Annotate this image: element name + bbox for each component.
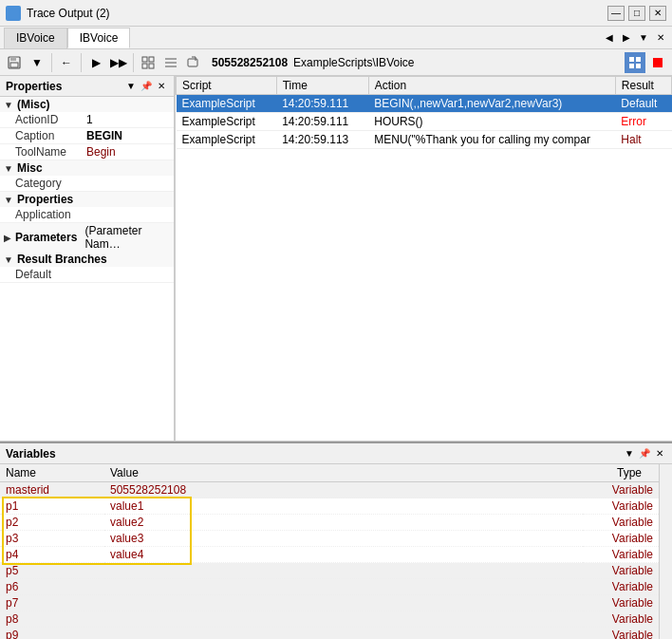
var-name: p9	[0, 628, 104, 640]
play-fast-button[interactable]: ▶▶	[108, 52, 129, 73]
section-misc2[interactable]: ▼ Misc	[0, 160, 174, 176]
var-type: Variable	[583, 628, 659, 640]
var-type: Variable	[583, 515, 659, 531]
save-button[interactable]	[4, 52, 25, 73]
section-misc[interactable]: ▼ (Misc)	[0, 97, 174, 112]
stop-button[interactable]	[647, 52, 668, 73]
col-var-name: Name	[0, 464, 104, 482]
tab-ibvoice1[interactable]: IBVoice	[4, 28, 67, 48]
export-button[interactable]	[183, 52, 204, 73]
trace-action: MENU("%Thank you for calling my compar	[368, 131, 615, 149]
variables-pin-btn[interactable]: 📌	[638, 447, 651, 460]
tab-close-button[interactable]: ✕	[653, 30, 668, 46]
var-name: p7	[0, 595, 104, 611]
var-type: Variable	[583, 531, 659, 547]
var-type: Variable	[583, 547, 659, 563]
variable-row[interactable]: p9 Variable	[0, 628, 659, 640]
tab-nav-menu[interactable]: ▼	[636, 30, 651, 46]
properties-tree: ▼ (Misc) ActionID 1 Caption BEGIN ToolNa…	[0, 97, 174, 441]
props-arrow: ▼	[4, 195, 13, 205]
trace-script: ExampleScript	[177, 113, 277, 131]
variable-row[interactable]: p4 value4 Variable	[0, 547, 659, 563]
variable-row[interactable]: p7 Variable	[0, 595, 659, 611]
main-toolbar: ▼ ← ▶ ▶▶ 505528252108 ExampleScripts\IBV…	[0, 49, 672, 76]
section-result-branches[interactable]: ▼ Result Branches	[0, 252, 174, 267]
prop-caption: Caption BEGIN	[0, 128, 174, 144]
minimize-button[interactable]: —	[607, 6, 625, 21]
col-time: Time	[276, 77, 368, 95]
play-button[interactable]: ▶	[85, 52, 106, 73]
properties-title: Properties	[6, 80, 62, 93]
result-label: Result Branches	[17, 253, 107, 266]
props-label: Properties	[17, 193, 73, 206]
var-value	[104, 595, 583, 611]
var-value: 505528252108	[104, 482, 583, 498]
trace-row[interactable]: ExampleScript 14:20:59.113 MENU("%Thank …	[177, 131, 672, 149]
variable-row[interactable]: p3 value3 Variable	[0, 531, 659, 547]
var-type: Variable	[583, 482, 659, 498]
variable-row[interactable]: masterid 505528252108 Variable	[0, 482, 659, 498]
window-title: Trace Output (2)	[27, 7, 110, 20]
svg-rect-2	[10, 63, 18, 67]
properties-pin-btn[interactable]: 📌	[140, 80, 153, 93]
var-type: Variable	[583, 498, 659, 515]
grid2-button[interactable]	[160, 52, 181, 73]
col-script: Script	[177, 77, 277, 95]
trace-scroll[interactable]: Script Time Action Result ExampleScript …	[176, 76, 672, 441]
col-action: Action	[368, 77, 615, 95]
variable-row[interactable]: p1 value1 Variable	[0, 498, 659, 515]
close-button[interactable]: ✕	[649, 6, 666, 21]
scrollbar[interactable]	[659, 464, 672, 639]
variables-dropdown-btn[interactable]: ▼	[623, 447, 636, 460]
tab-bar: IBVoice IBVoice ◀ ▶ ▼ ✕	[0, 27, 672, 49]
variable-row[interactable]: p5 Variable	[0, 563, 659, 579]
properties-dropdown-btn[interactable]: ▼	[124, 80, 138, 93]
section-parameters[interactable]: ▶ Parameters (Parameter Nam…	[0, 223, 174, 252]
var-type: Variable	[583, 563, 659, 579]
stop-icon	[653, 58, 663, 67]
var-name: p8	[0, 611, 104, 628]
misc-label: (Misc)	[17, 98, 50, 111]
tab-ibvoice2[interactable]: IBVoice	[67, 28, 131, 48]
col-result: Result	[615, 77, 671, 95]
variables-table: Name Value Type masterid 505528252108 Va…	[0, 464, 659, 639]
var-value	[104, 611, 583, 628]
var-value: value2	[104, 515, 583, 531]
maximize-button[interactable]: □	[628, 6, 645, 21]
grid-icon-btn[interactable]	[625, 52, 645, 73]
properties-header: Properties ▼ 📌 ✕	[0, 76, 174, 97]
tab-nav-right[interactable]: ▶	[619, 30, 634, 46]
properties-close-btn[interactable]: ✕	[155, 80, 168, 93]
trace-action: BEGIN(,,newVar1,newVar2,newVar3)	[368, 95, 615, 113]
svg-rect-5	[142, 64, 147, 68]
var-name: p1	[0, 498, 104, 515]
misc2-label: Misc	[17, 161, 43, 175]
section-props[interactable]: ▼ Properties	[0, 192, 174, 207]
trace-row[interactable]: ExampleScript 14:20:59.111 HOURS() Error	[177, 113, 672, 131]
tab-nav-left[interactable]: ◀	[602, 30, 617, 46]
variable-row[interactable]: p8 Variable	[0, 611, 659, 628]
var-type: Variable	[583, 579, 659, 595]
dropdown-button[interactable]: ▼	[27, 52, 47, 73]
result-arrow: ▼	[4, 254, 13, 265]
variables-table-container[interactable]: Name Value Type masterid 505528252108 Va…	[0, 464, 659, 639]
col-var-value: Value	[104, 464, 583, 482]
trace-result: Default	[615, 95, 671, 113]
variable-row[interactable]: p6 Variable	[0, 579, 659, 595]
var-value: value4	[104, 547, 583, 563]
trace-time: 14:20:59.111	[276, 113, 368, 131]
trace-output-panel: Script Time Action Result ExampleScript …	[176, 76, 672, 441]
variables-header: Variables ▼ 📌 ✕	[0, 443, 672, 464]
trace-row[interactable]: ExampleScript 14:20:59.111 BEGIN(,,newVa…	[177, 95, 672, 113]
back-button[interactable]: ←	[56, 52, 77, 73]
params-arrow: ▶	[4, 233, 11, 243]
trace-table: Script Time Action Result ExampleScript …	[176, 76, 672, 149]
variable-row[interactable]: p2 value2 Variable	[0, 515, 659, 531]
prop-toolname: ToolName Begin	[0, 144, 174, 160]
variables-close-btn[interactable]: ✕	[653, 447, 666, 460]
trace-time: 14:20:59.113	[276, 131, 368, 149]
grid1-button[interactable]	[138, 52, 159, 73]
params-label: Parameters	[15, 231, 77, 244]
trace-action: HOURS()	[368, 113, 615, 131]
var-name: p4	[0, 547, 104, 563]
